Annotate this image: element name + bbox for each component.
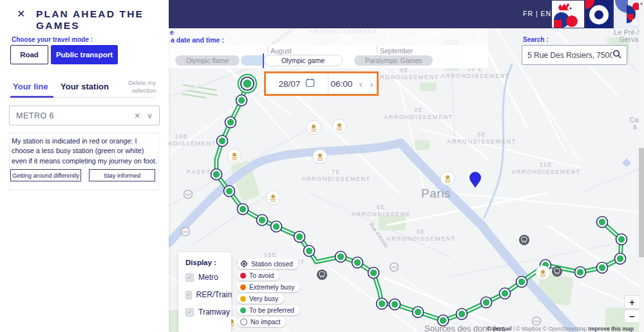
station-marker[interactable] [500,288,511,299]
checkbox-icon[interactable]: ✓ [185,273,194,282]
period-paralympic-games[interactable]: Paralympic Games [354,55,433,66]
page-title: PLAN AHEAD THE GAMES [36,8,169,32]
legend-item-label: To be preferred [249,307,294,314]
display-option-rer-train[interactable]: ✓RER/Train [185,290,231,299]
park-area [420,82,437,91]
station-marker[interactable] [615,254,626,264]
station-marker[interactable] [238,204,249,215]
olympic-venue-marker[interactable] [332,119,346,133]
search-input[interactable]: 5 Rue Des Rosiers, 7500… [522,45,627,65]
road-mode-button[interactable]: Road [10,45,48,64]
display-panel-title: Display : [185,259,231,266]
improve-map-link[interactable]: Improve this map [589,326,634,332]
rer-icon[interactable]: RER [184,190,193,199]
display-option-tramway[interactable]: ✓Tramway [185,308,231,317]
station-marker[interactable] [390,299,401,310]
line-select[interactable]: METRO 6 ✕ ∨ [9,106,160,125]
olympic-venue-marker[interactable] [440,171,455,185]
station-marker[interactable] [597,217,608,228]
svg-text:RER: RER [183,230,189,234]
olympic-venue-marker[interactable] [307,120,321,134]
station-marker[interactable] [413,307,424,318]
month-label-august: August [270,47,292,55]
station-marker[interactable] [457,309,468,320]
checkbox-icon[interactable]: ✓ [185,308,194,317]
checkbox-icon[interactable]: ✓ [185,291,192,299]
time-field[interactable]: 06:00 ‹ › [328,73,377,94]
station-marker[interactable] [224,186,235,197]
map-attribution: © Vectuel | © Mapbox © OpenStreetMap Imp… [487,326,634,332]
close-icon[interactable]: ✕ [17,8,25,20]
station-marker[interactable] [241,77,254,90]
september-tick [377,46,377,53]
tab-your-line[interactable]: Your line [13,82,48,91]
datetime-hint-label: a date and time : [171,36,224,44]
olympic-venue-marker[interactable] [266,190,280,205]
delete-selection-button[interactable]: Delete my selection [126,79,156,95]
legend-dot-icon [240,284,246,290]
legend-dot-icon [240,308,246,313]
date-time-picker: 28/07 06:00 ‹ › [264,71,379,96]
period-olympic-flame[interactable]: Olympic flame [175,55,240,66]
station-marker[interactable] [481,297,492,308]
station-marker[interactable] [294,232,305,243]
stay-informed-button[interactable]: Stay informed [89,169,155,181]
getting-around-differently-button[interactable]: Getting around differently [10,169,81,181]
svg-text:RER: RER [185,193,191,196]
station-marker[interactable] [597,263,608,273]
search-icon[interactable] [612,50,621,61]
legend-item-label: To avoid [249,272,274,279]
period-olympic-game[interactable]: Olympic game [263,55,343,66]
date-field[interactable]: 28/07 [266,73,328,94]
metro-icon[interactable] [552,266,562,277]
station-marker[interactable] [368,268,379,279]
zoom-out-button[interactable]: − [624,309,640,323]
calendar-icon[interactable] [305,78,315,89]
station-marker[interactable] [211,169,222,180]
legend-dot-icon [240,273,246,279]
station-marker[interactable] [257,215,268,226]
olympic-venue-marker[interactable] [227,149,242,163]
legend-item-label: Extremely busy [249,284,294,291]
station-marker[interactable] [575,267,586,278]
metro-icon[interactable] [519,235,529,245]
station-marker[interactable] [377,299,388,309]
olympic-venue-marker[interactable] [536,266,550,280]
station-marker[interactable] [217,136,228,147]
public-transport-mode-button[interactable]: Public transport [51,45,118,64]
station-marker[interactable] [225,117,236,128]
time-value: 06:00 [331,79,353,89]
station-marker[interactable] [271,221,282,232]
olympic-venue-marker[interactable] [313,149,327,163]
station-marker[interactable] [304,246,315,257]
station-closed-icon [240,260,248,268]
scrollbar-up-arrow[interactable]: ▲ [639,1,643,5]
svg-text:RER: RER [392,266,397,269]
station-marker[interactable] [352,257,363,268]
scrollbar-thumb[interactable] [639,148,644,257]
time-prev-button[interactable]: ‹ [357,79,363,89]
tab-your-station[interactable]: Your station [61,82,109,91]
rer-icon[interactable]: RER [533,317,541,326]
station-marker[interactable] [516,277,527,288]
metro-icon[interactable] [317,270,327,280]
mapbox-credit[interactable]: | © Mapbox © OpenStreetMap [511,326,588,332]
station-marker[interactable] [336,252,346,263]
time-next-button[interactable]: › [368,79,374,89]
chevron-down-icon[interactable]: ∨ [147,111,153,120]
language-switch[interactable]: FR | EN [523,10,551,17]
legend-item-extremely-busy: Extremely busy [237,282,300,292]
vectuel-credit[interactable]: © Vectuel [487,326,511,332]
display-option-label: RER/Train [196,290,232,299]
station-marker[interactable] [616,234,627,245]
zoom-in-button[interactable]: + [624,295,640,309]
clear-selection-icon[interactable]: ✕ [134,111,140,120]
station-marker[interactable] [236,95,247,106]
paris-2024-logo [551,0,641,31]
date-cursor[interactable] [263,53,264,68]
legend-dot-icon [240,318,247,326]
map-area-label: Paris [421,187,451,200]
rer-icon[interactable]: RER [390,263,399,272]
rer-icon[interactable]: RER [182,228,190,236]
display-option-metro[interactable]: ✓Metro [185,273,231,282]
